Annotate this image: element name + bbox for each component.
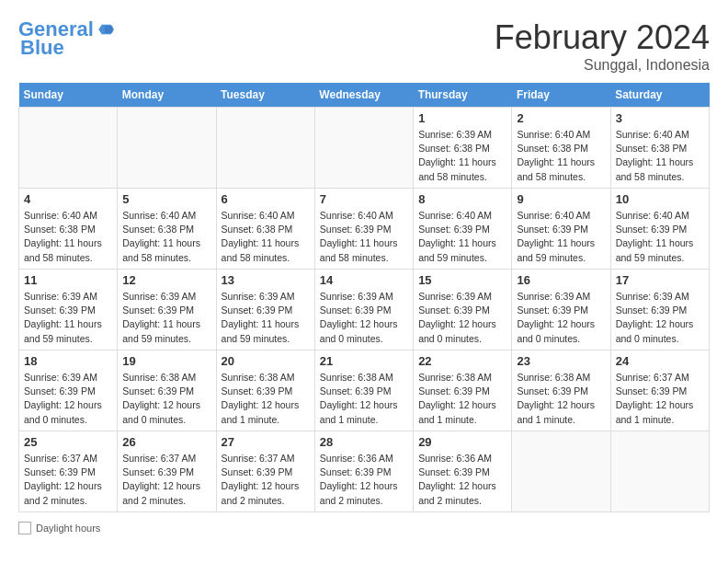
- day-number: 10: [616, 192, 704, 206]
- calendar-day-cell: [512, 431, 610, 512]
- calendar-day-cell: 20Sunrise: 6:38 AM Sunset: 6:39 PM Dayli…: [216, 350, 314, 431]
- calendar-header-row: SundayMondayTuesdayWednesdayThursdayFrid…: [19, 83, 710, 108]
- day-number: 29: [418, 435, 506, 449]
- calendar-header-cell: Saturday: [610, 83, 709, 108]
- day-info: Sunrise: 6:38 AM Sunset: 6:39 PM Dayligh…: [122, 371, 210, 427]
- calendar-day-cell: 28Sunrise: 6:36 AM Sunset: 6:39 PM Dayli…: [314, 431, 413, 512]
- calendar-day-cell: 9Sunrise: 6:40 AM Sunset: 6:39 PM Daylig…: [512, 189, 610, 270]
- calendar-day-cell: [314, 108, 413, 189]
- calendar-day-cell: 8Sunrise: 6:40 AM Sunset: 6:39 PM Daylig…: [414, 189, 512, 270]
- calendar-day-cell: 27Sunrise: 6:37 AM Sunset: 6:39 PM Dayli…: [216, 431, 314, 512]
- calendar-day-cell: 21Sunrise: 6:38 AM Sunset: 6:39 PM Dayli…: [314, 350, 413, 431]
- calendar-day-cell: 17Sunrise: 6:39 AM Sunset: 6:39 PM Dayli…: [610, 270, 709, 350]
- calendar-header-cell: Monday: [118, 83, 216, 108]
- day-info: Sunrise: 6:38 AM Sunset: 6:39 PM Dayligh…: [222, 371, 310, 427]
- calendar-day-cell: 16Sunrise: 6:39 AM Sunset: 6:39 PM Dayli…: [512, 270, 610, 350]
- calendar-body: 1Sunrise: 6:39 AM Sunset: 6:38 PM Daylig…: [19, 108, 710, 512]
- calendar-header-cell: Wednesday: [314, 83, 413, 108]
- day-info: Sunrise: 6:40 AM Sunset: 6:38 PM Dayligh…: [616, 128, 704, 184]
- day-info: Sunrise: 6:38 AM Sunset: 6:39 PM Dayligh…: [517, 371, 605, 427]
- day-number: 17: [616, 273, 704, 287]
- day-number: 21: [320, 354, 408, 368]
- day-info: Sunrise: 6:39 AM Sunset: 6:39 PM Dayligh…: [24, 371, 112, 427]
- calendar-week-row: 4Sunrise: 6:40 AM Sunset: 6:38 PM Daylig…: [19, 189, 710, 270]
- day-info: Sunrise: 6:40 AM Sunset: 6:38 PM Dayligh…: [24, 209, 112, 265]
- day-number: 1: [418, 111, 506, 125]
- calendar-header-cell: Tuesday: [216, 83, 314, 108]
- day-info: Sunrise: 6:39 AM Sunset: 6:39 PM Dayligh…: [418, 290, 506, 346]
- logo-blue-text: Blue: [20, 37, 64, 59]
- day-number: 7: [320, 192, 408, 206]
- day-number: 5: [122, 192, 210, 206]
- day-info: Sunrise: 6:39 AM Sunset: 6:39 PM Dayligh…: [320, 290, 408, 346]
- day-number: 15: [418, 273, 506, 287]
- calendar-day-cell: 24Sunrise: 6:37 AM Sunset: 6:39 PM Dayli…: [610, 350, 709, 431]
- day-info: Sunrise: 6:40 AM Sunset: 6:39 PM Dayligh…: [320, 209, 408, 265]
- day-info: Sunrise: 6:37 AM Sunset: 6:39 PM Dayligh…: [222, 452, 310, 508]
- logo-icon: [96, 20, 114, 39]
- calendar-day-cell: 15Sunrise: 6:39 AM Sunset: 6:39 PM Dayli…: [414, 270, 512, 350]
- day-info: Sunrise: 6:38 AM Sunset: 6:39 PM Dayligh…: [418, 371, 506, 427]
- day-number: 9: [517, 192, 605, 206]
- calendar-day-cell: 25Sunrise: 6:37 AM Sunset: 6:39 PM Dayli…: [19, 431, 118, 512]
- day-number: 11: [24, 273, 112, 287]
- day-number: 24: [616, 354, 704, 368]
- calendar-header-cell: Sunday: [19, 83, 118, 108]
- day-info: Sunrise: 6:39 AM Sunset: 6:38 PM Dayligh…: [418, 128, 506, 184]
- day-number: 27: [222, 435, 310, 449]
- day-info: Sunrise: 6:36 AM Sunset: 6:39 PM Dayligh…: [320, 452, 408, 508]
- logo: General Blue: [18, 18, 114, 59]
- day-number: 28: [320, 435, 408, 449]
- day-number: 13: [222, 273, 310, 287]
- month-title: February 2024: [495, 18, 710, 57]
- calendar-day-cell: 22Sunrise: 6:38 AM Sunset: 6:39 PM Dayli…: [414, 350, 512, 431]
- calendar-header-cell: Friday: [512, 83, 610, 108]
- footer: Daylight hours: [18, 522, 710, 534]
- day-number: 16: [517, 273, 605, 287]
- daylight-legend: Daylight hours: [18, 522, 100, 534]
- calendar-day-cell: 7Sunrise: 6:40 AM Sunset: 6:39 PM Daylig…: [314, 189, 413, 270]
- calendar-day-cell: [19, 108, 118, 189]
- calendar-day-cell: 26Sunrise: 6:37 AM Sunset: 6:39 PM Dayli…: [118, 431, 216, 512]
- day-number: 3: [616, 111, 704, 125]
- day-number: 2: [517, 111, 605, 125]
- day-info: Sunrise: 6:39 AM Sunset: 6:39 PM Dayligh…: [616, 290, 704, 346]
- calendar-day-cell: 10Sunrise: 6:40 AM Sunset: 6:39 PM Dayli…: [610, 189, 709, 270]
- daylight-label: Daylight hours: [36, 523, 100, 534]
- calendar-week-row: 25Sunrise: 6:37 AM Sunset: 6:39 PM Dayli…: [19, 431, 710, 512]
- day-info: Sunrise: 6:40 AM Sunset: 6:39 PM Dayligh…: [517, 209, 605, 265]
- page-header: General Blue February 2024 Sunggal, Indo…: [18, 18, 710, 74]
- day-number: 23: [517, 354, 605, 368]
- day-info: Sunrise: 6:40 AM Sunset: 6:39 PM Dayligh…: [418, 209, 506, 265]
- day-number: 12: [122, 273, 210, 287]
- day-number: 8: [418, 192, 506, 206]
- calendar-day-cell: 6Sunrise: 6:40 AM Sunset: 6:38 PM Daylig…: [216, 189, 314, 270]
- svg-marker-1: [105, 26, 113, 33]
- day-number: 14: [320, 273, 408, 287]
- calendar-day-cell: 1Sunrise: 6:39 AM Sunset: 6:38 PM Daylig…: [414, 108, 512, 189]
- day-info: Sunrise: 6:37 AM Sunset: 6:39 PM Dayligh…: [122, 452, 210, 508]
- day-number: 22: [418, 354, 506, 368]
- calendar-day-cell: 3Sunrise: 6:40 AM Sunset: 6:38 PM Daylig…: [610, 108, 709, 189]
- calendar-day-cell: 4Sunrise: 6:40 AM Sunset: 6:38 PM Daylig…: [19, 189, 118, 270]
- calendar-day-cell: 2Sunrise: 6:40 AM Sunset: 6:38 PM Daylig…: [512, 108, 610, 189]
- day-number: 20: [222, 354, 310, 368]
- calendar-day-cell: 13Sunrise: 6:39 AM Sunset: 6:39 PM Dayli…: [216, 270, 314, 350]
- calendar-day-cell: 12Sunrise: 6:39 AM Sunset: 6:39 PM Dayli…: [118, 270, 216, 350]
- calendar-day-cell: 5Sunrise: 6:40 AM Sunset: 6:38 PM Daylig…: [118, 189, 216, 270]
- calendar-table: SundayMondayTuesdayWednesdayThursdayFrid…: [18, 83, 710, 512]
- day-number: 18: [24, 354, 112, 368]
- calendar-day-cell: [216, 108, 314, 189]
- calendar-day-cell: 11Sunrise: 6:39 AM Sunset: 6:39 PM Dayli…: [19, 270, 118, 350]
- day-info: Sunrise: 6:37 AM Sunset: 6:39 PM Dayligh…: [616, 371, 704, 427]
- calendar-week-row: 1Sunrise: 6:39 AM Sunset: 6:38 PM Daylig…: [19, 108, 710, 189]
- calendar-header-cell: Thursday: [414, 83, 512, 108]
- calendar-day-cell: 18Sunrise: 6:39 AM Sunset: 6:39 PM Dayli…: [19, 350, 118, 431]
- calendar-day-cell: 19Sunrise: 6:38 AM Sunset: 6:39 PM Dayli…: [118, 350, 216, 431]
- day-info: Sunrise: 6:40 AM Sunset: 6:39 PM Dayligh…: [616, 209, 704, 265]
- calendar-day-cell: [118, 108, 216, 189]
- location-text: Sunggal, Indonesia: [495, 57, 710, 74]
- day-info: Sunrise: 6:39 AM Sunset: 6:39 PM Dayligh…: [517, 290, 605, 346]
- calendar-day-cell: 23Sunrise: 6:38 AM Sunset: 6:39 PM Dayli…: [512, 350, 610, 431]
- day-info: Sunrise: 6:39 AM Sunset: 6:39 PM Dayligh…: [24, 290, 112, 346]
